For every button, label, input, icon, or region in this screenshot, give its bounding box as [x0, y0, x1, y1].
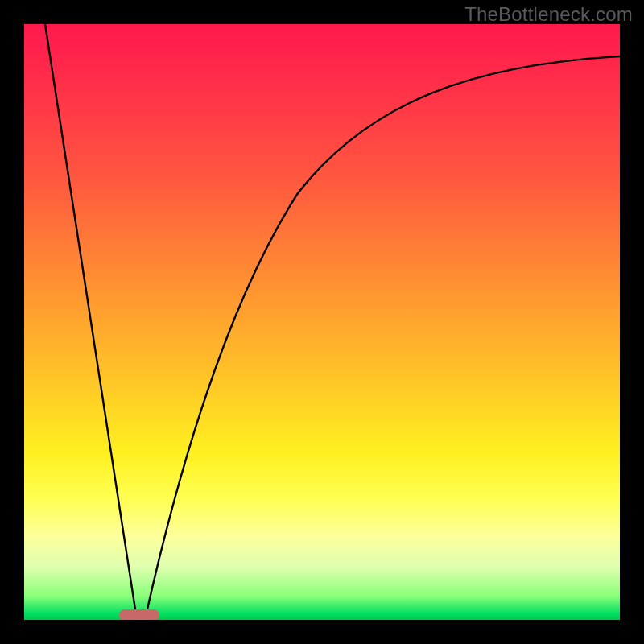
chart-frame: TheBottleneck.com: [0, 0, 644, 644]
plot-area: [24, 24, 620, 620]
optimal-marker: [119, 609, 159, 620]
bottleneck-curve: [24, 24, 620, 620]
watermark-text: TheBottleneck.com: [464, 3, 633, 26]
curve-path: [45, 24, 620, 620]
